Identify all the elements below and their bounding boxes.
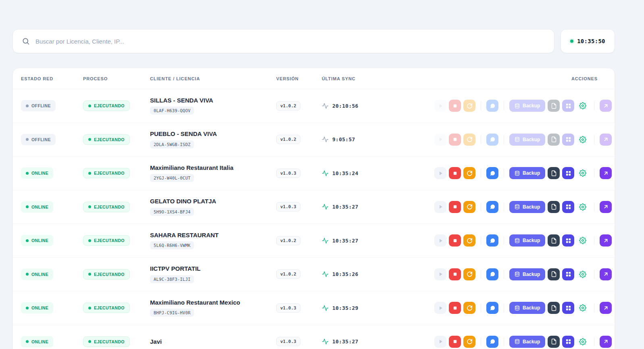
backup-button[interactable]: Backup — [509, 134, 545, 146]
settings-button[interactable] — [577, 134, 589, 146]
backup-button[interactable]: Backup — [509, 336, 545, 348]
modules-button[interactable] — [562, 134, 574, 146]
chat-button[interactable] — [486, 336, 498, 348]
external-link-icon — [603, 238, 609, 244]
header-estado-red: ESTADO RED — [21, 76, 83, 81]
activity-icon — [322, 170, 329, 177]
stop-button[interactable] — [449, 201, 461, 213]
play-button[interactable] — [434, 134, 446, 146]
chat-button[interactable] — [486, 167, 498, 179]
restart-button[interactable] — [463, 234, 475, 247]
file-icon — [551, 339, 557, 345]
grid-icon — [565, 238, 571, 244]
open-external-button[interactable] — [600, 234, 612, 247]
table-row: ONLINE EJECUTANDO Maximiliano Restaurant… — [13, 157, 615, 190]
restart-button[interactable] — [463, 268, 475, 280]
backup-button-label: Backup — [523, 137, 540, 142]
settings-button[interactable] — [577, 268, 589, 280]
stop-button[interactable] — [449, 134, 461, 146]
actions-divider — [504, 236, 504, 245]
settings-button[interactable] — [577, 201, 589, 213]
restart-button[interactable] — [463, 302, 475, 314]
restart-icon — [467, 339, 473, 345]
logs-button[interactable] — [548, 268, 560, 280]
restart-button[interactable] — [463, 336, 475, 348]
play-button[interactable] — [434, 167, 446, 179]
chat-button[interactable] — [486, 201, 498, 213]
license-code: 5H9O-1XS4-BFJ4 — [150, 208, 194, 216]
modules-button[interactable] — [562, 201, 574, 213]
logs-button[interactable] — [548, 234, 560, 247]
backup-button[interactable]: Backup — [509, 234, 545, 247]
search-input[interactable] — [35, 38, 545, 45]
logs-button[interactable] — [548, 302, 560, 314]
backup-button[interactable]: Backup — [509, 201, 545, 213]
settings-button[interactable] — [577, 234, 589, 247]
play-button[interactable] — [434, 336, 446, 348]
chat-button[interactable] — [486, 234, 498, 247]
play-button[interactable] — [434, 234, 446, 247]
open-external-button[interactable] — [600, 167, 612, 179]
backup-button[interactable]: Backup — [509, 100, 545, 112]
modules-button[interactable] — [562, 268, 574, 280]
open-external-button[interactable] — [600, 134, 612, 146]
database-icon — [515, 103, 520, 109]
chat-button[interactable] — [486, 302, 498, 314]
restart-button[interactable] — [463, 201, 475, 213]
restart-button[interactable] — [463, 167, 475, 179]
process-status-label: EJECUTANDO — [94, 305, 125, 310]
stop-button[interactable] — [449, 268, 461, 280]
open-external-button[interactable] — [600, 268, 612, 280]
logs-button[interactable] — [548, 336, 560, 348]
logs-button[interactable] — [548, 134, 560, 146]
play-button[interactable] — [434, 268, 446, 280]
chat-button[interactable] — [486, 134, 498, 146]
backup-button[interactable]: Backup — [509, 167, 545, 179]
backup-button[interactable]: Backup — [509, 268, 545, 280]
modules-button[interactable] — [562, 336, 574, 348]
open-external-button[interactable] — [600, 201, 612, 213]
network-status-badge: ONLINE — [21, 269, 53, 280]
status-dot-icon — [26, 104, 29, 107]
open-external-button[interactable] — [600, 302, 612, 314]
modules-button[interactable] — [562, 100, 574, 112]
header-cliente-licencia: CLIENTE / LICENCIA — [150, 76, 276, 81]
network-status-badge: ONLINE — [21, 167, 53, 179]
status-dot-icon — [26, 239, 29, 242]
modules-button[interactable] — [562, 167, 574, 179]
client-name: Javi — [150, 339, 276, 345]
play-button[interactable] — [434, 201, 446, 213]
backup-button[interactable]: Backup — [509, 302, 545, 314]
logs-button[interactable] — [548, 100, 560, 112]
chat-button[interactable] — [486, 268, 498, 280]
process-dot-icon — [88, 273, 91, 276]
settings-button[interactable] — [577, 302, 589, 314]
stop-icon — [452, 204, 458, 210]
stop-button[interactable] — [449, 100, 461, 112]
settings-button[interactable] — [577, 100, 589, 112]
chat-button[interactable] — [486, 100, 498, 112]
settings-button[interactable] — [577, 336, 589, 348]
play-button[interactable] — [434, 302, 446, 314]
open-external-button[interactable] — [600, 100, 612, 112]
restart-button[interactable] — [463, 134, 475, 146]
play-icon — [438, 305, 444, 311]
open-external-button[interactable] — [600, 336, 612, 348]
settings-button[interactable] — [577, 167, 589, 179]
stop-button[interactable] — [449, 234, 461, 247]
backup-button-label: Backup — [523, 103, 540, 109]
logs-button[interactable] — [548, 201, 560, 213]
status-dot-icon — [26, 273, 29, 276]
database-icon — [515, 339, 520, 344]
logs-button[interactable] — [548, 167, 560, 179]
modules-button[interactable] — [562, 234, 574, 247]
external-link-icon — [603, 271, 609, 277]
modules-button[interactable] — [562, 302, 574, 314]
stop-button[interactable] — [449, 336, 461, 348]
chat-icon — [490, 339, 496, 345]
play-button[interactable] — [434, 100, 446, 112]
stop-button[interactable] — [449, 167, 461, 179]
actions-divider — [504, 270, 504, 279]
restart-button[interactable] — [463, 100, 475, 112]
stop-button[interactable] — [449, 302, 461, 314]
